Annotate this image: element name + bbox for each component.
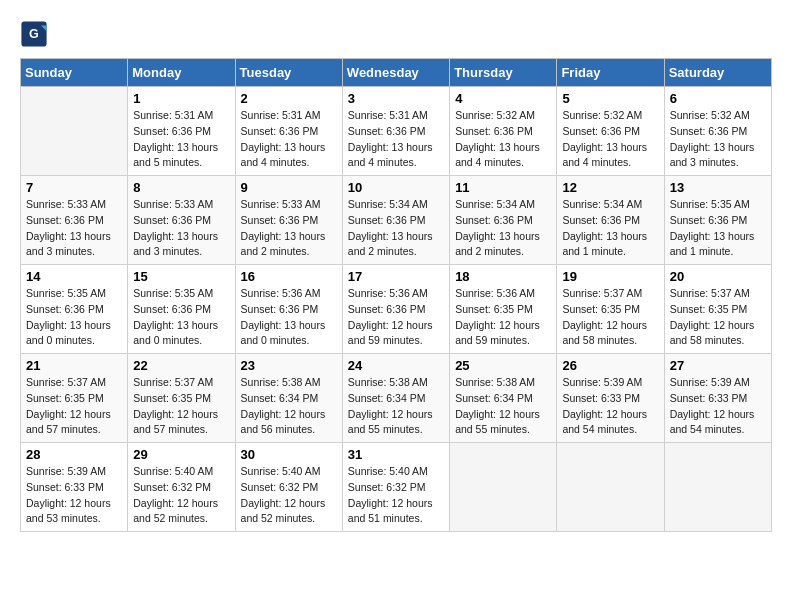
calendar-cell: 26Sunrise: 5:39 AM Sunset: 6:33 PM Dayli…	[557, 354, 664, 443]
day-number: 8	[133, 180, 229, 195]
day-number: 23	[241, 358, 337, 373]
calendar-cell: 28Sunrise: 5:39 AM Sunset: 6:33 PM Dayli…	[21, 443, 128, 532]
day-info: Sunrise: 5:33 AM Sunset: 6:36 PM Dayligh…	[26, 197, 122, 260]
day-number: 16	[241, 269, 337, 284]
calendar-cell: 17Sunrise: 5:36 AM Sunset: 6:36 PM Dayli…	[342, 265, 449, 354]
calendar-cell: 12Sunrise: 5:34 AM Sunset: 6:36 PM Dayli…	[557, 176, 664, 265]
day-number: 20	[670, 269, 766, 284]
day-info: Sunrise: 5:36 AM Sunset: 6:36 PM Dayligh…	[348, 286, 444, 349]
weekday-header: Monday	[128, 59, 235, 87]
calendar-week-row: 14Sunrise: 5:35 AM Sunset: 6:36 PM Dayli…	[21, 265, 772, 354]
calendar-cell: 19Sunrise: 5:37 AM Sunset: 6:35 PM Dayli…	[557, 265, 664, 354]
day-info: Sunrise: 5:35 AM Sunset: 6:36 PM Dayligh…	[26, 286, 122, 349]
calendar-cell: 25Sunrise: 5:38 AM Sunset: 6:34 PM Dayli…	[450, 354, 557, 443]
logo-icon: G	[20, 20, 48, 48]
day-info: Sunrise: 5:39 AM Sunset: 6:33 PM Dayligh…	[670, 375, 766, 438]
calendar-cell: 10Sunrise: 5:34 AM Sunset: 6:36 PM Dayli…	[342, 176, 449, 265]
day-info: Sunrise: 5:31 AM Sunset: 6:36 PM Dayligh…	[133, 108, 229, 171]
calendar-cell: 24Sunrise: 5:38 AM Sunset: 6:34 PM Dayli…	[342, 354, 449, 443]
calendar-cell: 4Sunrise: 5:32 AM Sunset: 6:36 PM Daylig…	[450, 87, 557, 176]
day-info: Sunrise: 5:38 AM Sunset: 6:34 PM Dayligh…	[455, 375, 551, 438]
weekday-header-row: SundayMondayTuesdayWednesdayThursdayFrid…	[21, 59, 772, 87]
day-info: Sunrise: 5:31 AM Sunset: 6:36 PM Dayligh…	[348, 108, 444, 171]
day-number: 19	[562, 269, 658, 284]
calendar-cell: 9Sunrise: 5:33 AM Sunset: 6:36 PM Daylig…	[235, 176, 342, 265]
calendar-cell: 8Sunrise: 5:33 AM Sunset: 6:36 PM Daylig…	[128, 176, 235, 265]
calendar-cell	[664, 443, 771, 532]
calendar-cell: 16Sunrise: 5:36 AM Sunset: 6:36 PM Dayli…	[235, 265, 342, 354]
day-number: 1	[133, 91, 229, 106]
day-number: 3	[348, 91, 444, 106]
weekday-header: Wednesday	[342, 59, 449, 87]
day-number: 29	[133, 447, 229, 462]
day-number: 31	[348, 447, 444, 462]
day-number: 24	[348, 358, 444, 373]
day-number: 10	[348, 180, 444, 195]
calendar-week-row: 21Sunrise: 5:37 AM Sunset: 6:35 PM Dayli…	[21, 354, 772, 443]
calendar-cell: 27Sunrise: 5:39 AM Sunset: 6:33 PM Dayli…	[664, 354, 771, 443]
calendar-cell: 5Sunrise: 5:32 AM Sunset: 6:36 PM Daylig…	[557, 87, 664, 176]
day-info: Sunrise: 5:32 AM Sunset: 6:36 PM Dayligh…	[562, 108, 658, 171]
weekday-header: Friday	[557, 59, 664, 87]
day-info: Sunrise: 5:35 AM Sunset: 6:36 PM Dayligh…	[670, 197, 766, 260]
day-info: Sunrise: 5:36 AM Sunset: 6:36 PM Dayligh…	[241, 286, 337, 349]
day-info: Sunrise: 5:38 AM Sunset: 6:34 PM Dayligh…	[241, 375, 337, 438]
calendar-cell: 13Sunrise: 5:35 AM Sunset: 6:36 PM Dayli…	[664, 176, 771, 265]
day-number: 6	[670, 91, 766, 106]
day-info: Sunrise: 5:37 AM Sunset: 6:35 PM Dayligh…	[562, 286, 658, 349]
calendar-cell: 22Sunrise: 5:37 AM Sunset: 6:35 PM Dayli…	[128, 354, 235, 443]
day-number: 26	[562, 358, 658, 373]
day-number: 9	[241, 180, 337, 195]
day-info: Sunrise: 5:40 AM Sunset: 6:32 PM Dayligh…	[133, 464, 229, 527]
weekday-header: Sunday	[21, 59, 128, 87]
calendar-cell: 18Sunrise: 5:36 AM Sunset: 6:35 PM Dayli…	[450, 265, 557, 354]
day-number: 25	[455, 358, 551, 373]
calendar-cell: 21Sunrise: 5:37 AM Sunset: 6:35 PM Dayli…	[21, 354, 128, 443]
day-number: 15	[133, 269, 229, 284]
day-info: Sunrise: 5:36 AM Sunset: 6:35 PM Dayligh…	[455, 286, 551, 349]
calendar-cell	[557, 443, 664, 532]
calendar-cell	[21, 87, 128, 176]
day-number: 21	[26, 358, 122, 373]
day-info: Sunrise: 5:35 AM Sunset: 6:36 PM Dayligh…	[133, 286, 229, 349]
calendar-cell: 7Sunrise: 5:33 AM Sunset: 6:36 PM Daylig…	[21, 176, 128, 265]
weekday-header: Thursday	[450, 59, 557, 87]
day-info: Sunrise: 5:32 AM Sunset: 6:36 PM Dayligh…	[455, 108, 551, 171]
calendar-cell: 15Sunrise: 5:35 AM Sunset: 6:36 PM Dayli…	[128, 265, 235, 354]
day-number: 28	[26, 447, 122, 462]
day-number: 2	[241, 91, 337, 106]
day-info: Sunrise: 5:34 AM Sunset: 6:36 PM Dayligh…	[348, 197, 444, 260]
calendar-cell: 29Sunrise: 5:40 AM Sunset: 6:32 PM Dayli…	[128, 443, 235, 532]
calendar-cell: 3Sunrise: 5:31 AM Sunset: 6:36 PM Daylig…	[342, 87, 449, 176]
calendar-week-row: 1Sunrise: 5:31 AM Sunset: 6:36 PM Daylig…	[21, 87, 772, 176]
day-number: 30	[241, 447, 337, 462]
day-number: 12	[562, 180, 658, 195]
day-number: 5	[562, 91, 658, 106]
day-info: Sunrise: 5:33 AM Sunset: 6:36 PM Dayligh…	[241, 197, 337, 260]
day-info: Sunrise: 5:40 AM Sunset: 6:32 PM Dayligh…	[348, 464, 444, 527]
day-info: Sunrise: 5:34 AM Sunset: 6:36 PM Dayligh…	[562, 197, 658, 260]
day-number: 13	[670, 180, 766, 195]
day-info: Sunrise: 5:31 AM Sunset: 6:36 PM Dayligh…	[241, 108, 337, 171]
weekday-header: Saturday	[664, 59, 771, 87]
page-header: G	[20, 20, 772, 48]
day-number: 27	[670, 358, 766, 373]
logo: G	[20, 20, 52, 48]
calendar-cell: 1Sunrise: 5:31 AM Sunset: 6:36 PM Daylig…	[128, 87, 235, 176]
calendar-cell: 23Sunrise: 5:38 AM Sunset: 6:34 PM Dayli…	[235, 354, 342, 443]
day-info: Sunrise: 5:40 AM Sunset: 6:32 PM Dayligh…	[241, 464, 337, 527]
calendar-table: SundayMondayTuesdayWednesdayThursdayFrid…	[20, 58, 772, 532]
calendar-week-row: 28Sunrise: 5:39 AM Sunset: 6:33 PM Dayli…	[21, 443, 772, 532]
day-info: Sunrise: 5:38 AM Sunset: 6:34 PM Dayligh…	[348, 375, 444, 438]
day-info: Sunrise: 5:37 AM Sunset: 6:35 PM Dayligh…	[670, 286, 766, 349]
day-info: Sunrise: 5:39 AM Sunset: 6:33 PM Dayligh…	[26, 464, 122, 527]
day-number: 11	[455, 180, 551, 195]
calendar-cell: 11Sunrise: 5:34 AM Sunset: 6:36 PM Dayli…	[450, 176, 557, 265]
calendar-cell: 31Sunrise: 5:40 AM Sunset: 6:32 PM Dayli…	[342, 443, 449, 532]
day-info: Sunrise: 5:34 AM Sunset: 6:36 PM Dayligh…	[455, 197, 551, 260]
svg-text:G: G	[29, 27, 39, 41]
calendar-cell: 30Sunrise: 5:40 AM Sunset: 6:32 PM Dayli…	[235, 443, 342, 532]
day-number: 18	[455, 269, 551, 284]
day-number: 4	[455, 91, 551, 106]
calendar-cell: 6Sunrise: 5:32 AM Sunset: 6:36 PM Daylig…	[664, 87, 771, 176]
